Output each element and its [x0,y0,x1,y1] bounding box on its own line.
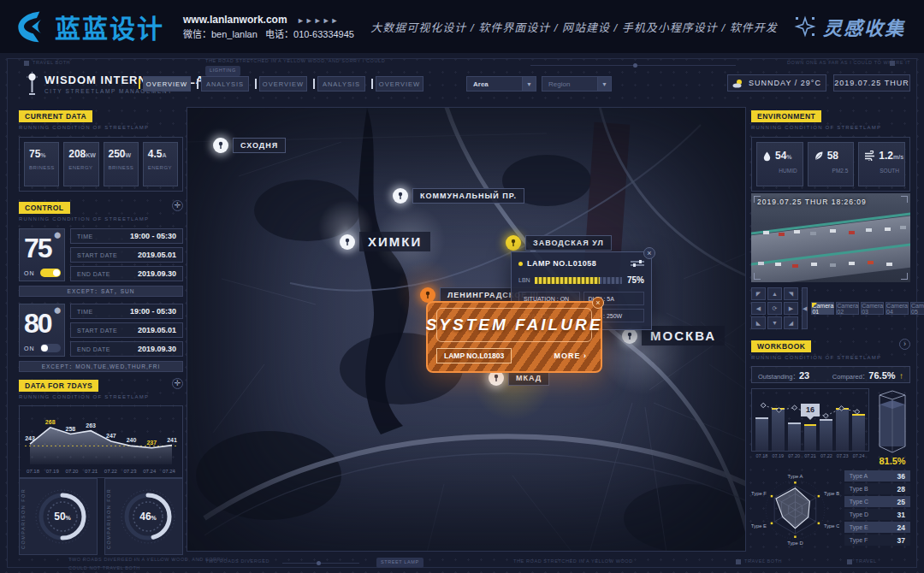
lamp-id: LAMP NO.L01058 [527,259,631,268]
pan-up-right-icon[interactable]: ◥ [784,287,798,300]
map-label-skhodnya[interactable]: СХОДНЯ [213,138,286,153]
power-toggle[interactable] [40,269,61,277]
svg-text:243: 243 [25,435,35,441]
chevron-down-icon[interactable]: ▼ [522,77,536,91]
lanlan-logo-icon [15,9,50,44]
trend-up-icon: ↑ [899,371,903,381]
panel-current-data: CURRENT DATA RUNNING CONDITION OF STREET… [19,107,183,192]
more-button[interactable]: MORE › [549,349,593,363]
website-link[interactable]: www.lanlanwork.com [183,14,287,26]
brightness-level-box: ⬤ 80 ON [19,304,65,357]
contact-info: www.lanlanwork.com ►►►►► 微信：ben_lanlan 电… [183,12,354,42]
pan-down-left-icon[interactable]: ◣ [751,316,766,329]
chevron-down-icon[interactable]: ▼ [597,77,611,91]
area-chart: 243268258263247240237241 [21,408,181,464]
pan-up-left-icon[interactable]: ◤ [751,287,766,300]
weather-box: SUNNDAY / 29°C [727,74,826,92]
panel-7days: DATA FOR 7DAYS ✛ RUNNING CONDITION OF ST… [19,376,183,478]
pan-left-icon[interactable]: ◀ [751,302,766,315]
area-select[interactable]: Area▼ [466,76,536,92]
compared-value: 76.5% [868,370,895,381]
expand-arrow-icon[interactable]: › [899,339,910,350]
x-tick: 07.24 [163,469,175,474]
tab-overview-2[interactable]: OVERVIEW [255,76,307,92]
camera-button[interactable]: Camera 02 [836,302,859,315]
x-tick: 07.23 [124,469,137,474]
camera-button[interactable]: Camera 04 [886,302,909,315]
refresh-icon[interactable]: ⟳ [767,302,782,315]
legend-row[interactable]: Type B28 [844,483,910,494]
end-date-row[interactable]: END DATE2019.09.30 [70,266,183,281]
camera-feed[interactable]: 2019.07.25 THUR 18:26:09 [751,193,910,282]
power-toggle[interactable] [40,344,61,352]
bulb-icon: ⬤ [54,232,61,239]
bracket-corner [754,273,761,280]
close-icon[interactable]: × [592,297,604,309]
map-label-kommunalny[interactable]: КОММУНАЛЬНЫЙ ПР. [393,188,524,204]
start-date-row[interactable]: START DATE2019.05.01 [70,322,183,338]
decor-badge-bottom: STREET LAMP [376,558,424,568]
legend-row[interactable]: Type D31 [844,509,910,520]
pan-right-icon[interactable]: ▶ [784,302,798,315]
time-row[interactable]: TIME19:00 - 05:30 [70,228,183,244]
inspiration-collect[interactable]: 灵感收集 [794,13,905,40]
pan-up-icon[interactable]: ▲ [767,287,782,300]
expand-plus-icon[interactable]: ✛ [172,378,183,389]
brightness-level-box: ⬤ 75 ON [19,228,65,281]
tab-overview-3[interactable]: OVERVIEW [371,76,424,92]
sliders-icon[interactable] [631,259,644,268]
workbook-bar-chart: 16 [751,388,869,452]
panel-camera: 2019.07.25 THUR 18:26:09 ◤ ▲ ◥ ◀ ⟳ ▶ ◣ ▼… [751,193,910,329]
region-select[interactable]: Region▼ [542,76,612,92]
pan-down-right-icon[interactable]: ◢ [784,316,798,329]
phone-text: 电话：010-63334945 [265,29,354,39]
svg-text:241: 241 [167,437,177,443]
close-icon[interactable]: × [643,247,655,259]
x-tick: 07.18 [755,453,768,458]
env-pm25: 58 PM2.5 [808,142,855,186]
bulb-icon: ⬤ [54,307,61,314]
decor-note-bottom-left: TWO ROADS DIVERGED IN A YELLOW WOOD, AND… [68,556,228,573]
legend-row[interactable]: Type A36 [844,470,910,481]
legend-row[interactable]: Type F37 [844,535,910,546]
time-row[interactable]: TIME19:00 - 05:30 [70,304,183,319]
panel-environment: ENVIRONMENT RUNNING CONDITION OF STREETL… [751,107,910,192]
streetlamp-icon [26,72,38,96]
camera-button[interactable]: Camera 05 [910,302,924,315]
camera-timestamp: 2019.07.25 THUR 18:26:09 [757,198,867,206]
tab-overview-1[interactable]: OVERVIEW [139,76,191,92]
leaf-icon [814,151,824,161]
brightness-bar[interactable] [535,277,622,284]
outstanding-value: 23 [799,370,809,381]
x-axis-labels: 07.1807.1907.2007.2107.2207.2307.24 [751,452,869,458]
workbook-stats: Outstanding：23 Compared：76.5% ↑ [751,366,910,383]
state-label: ON [24,270,35,276]
city-map[interactable]: СХОДНЯ КОММУНАЛЬНЫЙ ПР. ХИМКИ ЗАВОДСКАЯ … [187,107,746,552]
x-tick: 07.22 [820,453,832,458]
env-wind: 1.2m/s SOUTH [858,142,905,186]
panel-tag: CURRENT DATA [19,110,92,122]
panel-tag: ENVIRONMENT [751,110,821,122]
tab-analysis-2[interactable]: ANALYSIS [313,76,365,92]
x-tick: 07.24 [143,469,156,474]
camera-prev-icon[interactable]: ◀ [802,287,808,329]
legend-row[interactable]: Type C25 [844,496,910,507]
expand-plus-icon[interactable]: ✛ [172,200,183,211]
traffic-cars [763,231,769,234]
arrows-decor: ►►►►► [297,16,340,25]
panel-workbook: WORKBOOK › RUNNING CONDITION OF STREETLA… [751,337,910,466]
legend-row[interactable]: Type E24 [844,522,910,533]
decor-slider-top [530,65,736,66]
trend-line [755,393,865,451]
svg-text:Type B: Type B [824,491,839,496]
pan-down-icon[interactable]: ▼ [767,316,782,329]
start-date-row[interactable]: START DATE2019.05.01 [70,247,183,263]
tab-analysis-1[interactable]: ANALYSIS [197,76,249,92]
end-date-row[interactable]: END DATE2019.09.30 [70,341,183,357]
seven-days-chart: 243268258263247240237241 07.1807.1907.20… [19,405,183,478]
decor-check-b1: TRAVEL BOTH [736,558,782,566]
camera-button[interactable]: Camera 03 [861,302,884,315]
camera-button[interactable]: Camera 01 [811,302,834,315]
map-label-khimki[interactable]: ХИМКИ [340,232,430,251]
map-label-zavodskaya[interactable]: ЗАВОДСКАЯ УЛ [506,235,612,251]
